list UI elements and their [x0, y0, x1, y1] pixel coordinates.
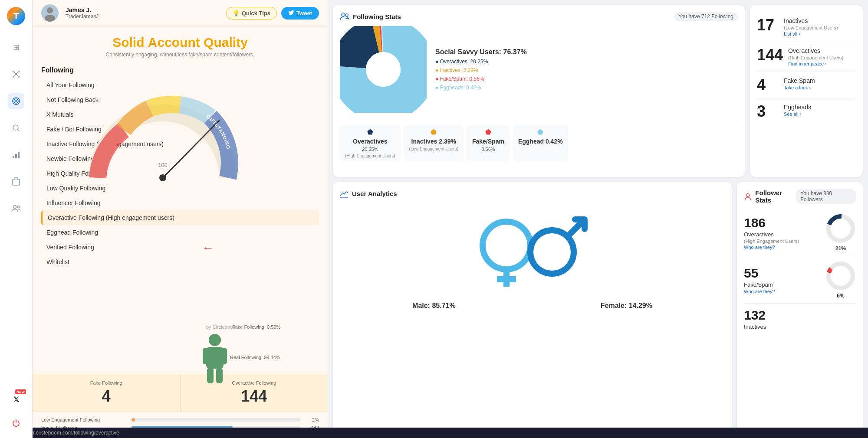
user-name: James J.	[66, 7, 99, 13]
app-logo: T	[7, 7, 25, 25]
stat-fake-spam-item: ⬟ Fake/Spam 0.56%	[467, 125, 510, 161]
sidebar-item-grid[interactable]: ⊞	[8, 39, 24, 56]
quality-account: Account Quality	[148, 35, 248, 49]
follower-stats-header: Follower Stats You have 880 Followers	[744, 189, 856, 204]
lightbulb-icon: 💡	[233, 10, 240, 16]
progress-pct-low: 2%	[304, 417, 319, 422]
overactives-donut	[825, 213, 856, 244]
user-handle: TraderJamesJ	[66, 13, 99, 20]
svg-point-22	[17, 206, 20, 208]
sidebar-item-trash[interactable]	[8, 173, 24, 190]
sidebar-item-chart[interactable]	[8, 147, 24, 163]
nav-item[interactable]: Overactive Following (High engagement us…	[41, 210, 319, 225]
stat-egghead-item: ⬟ Egghead 0.42%	[513, 125, 568, 161]
progress-bar-low	[132, 418, 135, 422]
follower-overactives-link[interactable]: Who are they?	[744, 245, 799, 250]
svg-point-49	[530, 230, 574, 274]
follower-overactives-num: 186	[744, 216, 799, 230]
find-inner-peace-link[interactable]: Find inner peace ›	[788, 61, 843, 66]
stats-bar: Fake Following 4 Overactive Following 14…	[33, 374, 328, 412]
follower-overactives-sub: (High Engagement Users)	[744, 239, 799, 244]
following-count-badge: You have 712 Following	[674, 12, 738, 21]
gender-stats: Male: 85.71% Female: 14.29%	[340, 302, 725, 310]
follower-fake-link[interactable]: Who are they?	[744, 289, 775, 294]
gender-visual	[340, 206, 725, 293]
svg-rect-14	[13, 156, 14, 158]
legend-fake-spam: ● Fake/Spam: 0.56%	[435, 76, 527, 82]
svg-point-11	[15, 100, 17, 102]
sidebar-item-x[interactable]: 𝕏 NEW	[8, 391, 24, 408]
svg-point-24	[47, 7, 53, 13]
stat-inactives-item: ⬟ Inactives 2.39% (Low Engagement Users)	[404, 125, 464, 161]
right-bottom: User Analytics	[328, 182, 868, 438]
follower-overactives-type: Overactives	[744, 231, 799, 238]
follower-stats-card: Follower Stats You have 880 Followers 18…	[737, 182, 863, 433]
follower-inactives: 132 Inactives	[744, 304, 856, 334]
svg-line-5	[13, 72, 16, 74]
quality-title: Solid Account Quality	[41, 35, 319, 50]
follower-icon	[744, 192, 752, 201]
real-label: Real Following: 99.44%	[230, 355, 280, 360]
stat-overactive-label: Overactive Following	[185, 380, 324, 386]
stat-fake-value: 4	[37, 387, 176, 405]
main-content: James J. TraderJamesJ 💡 Quick Tips Tweet	[33, 0, 868, 438]
pie-chart	[340, 26, 427, 113]
avatar	[41, 4, 59, 22]
svg-rect-16	[18, 152, 20, 158]
nav-item[interactable]: Verified Following	[41, 240, 319, 255]
fake-spam-pct: 6%	[825, 293, 856, 299]
nav-item[interactable]: Whitelist	[41, 255, 319, 269]
following-stats-title: Following Stats	[340, 13, 401, 20]
stat-overactives-item: ⬟ Overactives 20.25% (High Engagement Us…	[340, 125, 401, 161]
svg-point-27	[159, 174, 166, 181]
status-bar: https://twitter.circleboom.com/following…	[0, 428, 868, 438]
follower-overactives-chart: 21%	[825, 213, 856, 252]
sidebar-item-search[interactable]	[8, 120, 24, 136]
list-all-link[interactable]: List all ›	[784, 31, 838, 36]
following-stats-card: Following Stats You have 712 Following	[333, 5, 745, 177]
follower-fake-num: 55	[744, 266, 775, 281]
take-a-look-link[interactable]: Take a look ›	[784, 85, 815, 90]
female-value: Female: 14.29%	[601, 302, 652, 310]
follower-overactives-left: 186 Overactives (High Engagement Users) …	[744, 216, 799, 250]
quick-tips-button[interactable]: 💡 Quick Tips	[226, 7, 277, 20]
male-value: Male: 85.71%	[412, 302, 456, 310]
metric-inactives-num: 17	[757, 17, 779, 33]
svg-point-44	[366, 52, 401, 87]
see-all-link[interactable]: See all ›	[784, 111, 811, 117]
follower-inactives-num: 132	[744, 308, 766, 323]
sidebar-item-network[interactable]	[8, 66, 24, 82]
svg-text:100: 100	[158, 162, 168, 168]
metric-inactives-info: Inactives (Low Engagement Users) List al…	[784, 17, 838, 36]
quality-subtitle: Consistently engaging, without/less fake…	[41, 52, 319, 58]
svg-line-6	[16, 72, 19, 74]
arrow-indicator: ←	[202, 241, 214, 255]
sidebar-item-target[interactable]	[8, 93, 24, 109]
svg-point-54	[829, 264, 853, 288]
fake-label: Fake Following: 0.56%	[232, 324, 280, 330]
tweet-button[interactable]: Tweet	[281, 7, 319, 20]
pie-container	[340, 26, 427, 113]
metric-fake-label: Fake Spam	[784, 77, 815, 84]
metric-overactives: 144 Overactives (High Engagement Users) …	[757, 42, 856, 72]
quality-prefix: Solid	[112, 35, 144, 49]
svg-point-21	[13, 206, 16, 209]
nav-item[interactable]: Egghead Following	[41, 225, 319, 240]
metric-inactives-label: Inactives	[784, 17, 838, 24]
follower-fake-spam: 55 Fake/Spam Who are they? 6%	[744, 256, 856, 304]
follower-inactives-type: Inactives	[744, 324, 766, 330]
right-panels: Following Stats You have 712 Following	[328, 0, 868, 438]
progress-row-low: Low Engagement Following 2%	[41, 417, 319, 422]
user-analytics-header: User Analytics	[340, 189, 725, 198]
gender-icons	[467, 206, 598, 293]
stat-fake-label: Fake Following	[37, 380, 176, 386]
stat-numbers-row: ⬟ Overactives 20.25% (High Engagement Us…	[340, 120, 738, 161]
svg-point-46	[483, 222, 530, 269]
sidebar-item-people[interactable]	[8, 200, 24, 217]
metric-overactives-sub: (High Engagement Users)	[788, 55, 843, 60]
sidebar-item-power[interactable]	[8, 415, 24, 431]
metric-fake-spam: 4 Fake Spam Take a look ›	[757, 72, 856, 98]
legend-social-savvy: Social Savvy Users: 76.37%	[435, 48, 527, 56]
left-panel: James J. TraderJamesJ 💡 Quick Tips Tweet	[33, 0, 328, 438]
top-bar-actions: 💡 Quick Tips Tweet	[226, 7, 319, 20]
